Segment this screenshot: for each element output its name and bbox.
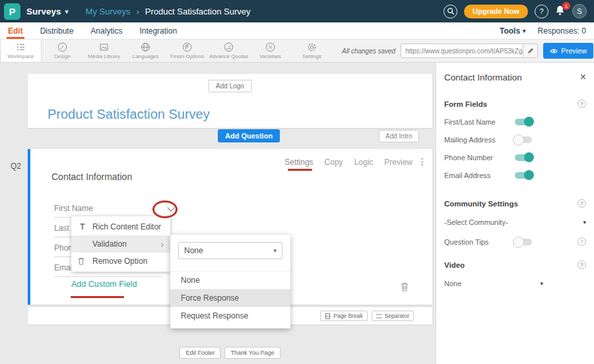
thank-you-page-button[interactable]: Thank You Page [224, 347, 280, 359]
separator-button[interactable]: Separator [372, 311, 414, 321]
toolbar-item-advance-quotas[interactable]: Advance Quotas [208, 40, 249, 62]
video-section-header: Video [444, 260, 586, 269]
form-field-first-name[interactable]: First Name [54, 200, 162, 218]
select-community-dropdown[interactable]: -Select Community- [444, 218, 586, 226]
form-fields-heading: Form Fields [444, 100, 487, 108]
tools-menu[interactable]: Tools [500, 26, 526, 36]
questionpro-logo[interactable]: P [4, 3, 20, 20]
question-more-menu[interactable] [418, 156, 427, 167]
user-avatar[interactable]: S [572, 4, 587, 18]
toolbar-item-variables[interactable]: Variables [249, 40, 291, 62]
toolbar-item-media-library[interactable]: Media Library [83, 40, 125, 62]
tab-edit[interactable]: Edit [8, 22, 23, 39]
toggle-label: Mailing Address [444, 136, 515, 144]
validation-options: None Force Response Request Response [170, 271, 290, 324]
validation-option-none[interactable]: None [170, 271, 290, 289]
mailing-address-toggle[interactable] [515, 136, 532, 143]
field-options-dropdown-button[interactable] [162, 202, 180, 216]
toggle-row-phone-number: Phone Number [444, 154, 586, 162]
breadcrumb-parent[interactable]: My Surveys [86, 7, 131, 16]
add-custom-field-link[interactable]: Add Custom Field [71, 280, 137, 289]
help-circle-icon[interactable] [578, 260, 586, 269]
email-address-toggle[interactable] [515, 172, 532, 179]
upgrade-now-button[interactable]: Upgrade Now [464, 5, 528, 18]
validation-option-force-response[interactable]: Force Response [170, 289, 290, 307]
validation-option-request-response[interactable]: Request Response [170, 307, 290, 324]
question-action-copy[interactable]: Copy [325, 158, 343, 167]
help-circle-icon[interactable] [578, 237, 586, 246]
toggle-row-question-tips: Question Tips [444, 237, 586, 246]
add-question-button[interactable]: Add Question [218, 129, 280, 142]
chevron-down-icon [167, 204, 174, 211]
question-action-settings[interactable]: Settings [284, 158, 313, 167]
edit-url-button[interactable] [523, 44, 537, 57]
breadcrumb-separator-icon: › [136, 7, 139, 16]
question-actions: Settings Copy Logic Preview [284, 158, 412, 167]
toggle-row-mailing-address: Mailing Address [444, 136, 586, 144]
settings-gear-icon [307, 42, 317, 52]
separator-label: Separator [385, 313, 409, 319]
toolbar-item-settings[interactable]: Settings [291, 40, 333, 62]
close-icon[interactable] [580, 72, 586, 82]
caret-down-icon [65, 8, 69, 15]
notifications-button[interactable]: 1 [555, 5, 566, 17]
tab-distribute[interactable]: Distribute [40, 22, 74, 39]
help-circle-icon[interactable] [578, 199, 586, 208]
caret-down-icon [273, 247, 277, 254]
caret-down-icon [583, 219, 586, 226]
community-settings-heading: Community Settings [444, 200, 518, 208]
menu-item-remove-option[interactable]: Remove Option [71, 253, 170, 270]
page-break-button[interactable]: Page Break [320, 311, 367, 321]
toolbar-item-finish-options[interactable]: Finish Options [166, 40, 208, 62]
tab-integration[interactable]: Integration [139, 22, 177, 39]
advance-quotas-icon [224, 42, 234, 52]
help-circle-icon[interactable] [578, 100, 586, 108]
languages-icon [141, 42, 150, 52]
delete-question-button[interactable] [401, 282, 409, 291]
tools-label: Tools [500, 26, 520, 36]
validation-select[interactable]: None [178, 242, 282, 259]
menu-item-label: Remove Option [92, 257, 147, 266]
first-last-name-toggle[interactable] [515, 119, 532, 125]
survey-title[interactable]: Product Satisfaction Survey [48, 107, 210, 122]
menu-item-validation[interactable]: Validation [71, 235, 170, 253]
surveys-app-menu[interactable]: Surveys [26, 7, 69, 16]
toolbar-item-languages[interactable]: Languages [125, 40, 166, 62]
app-menu-label: Surveys [26, 7, 61, 16]
phone-number-toggle[interactable] [515, 154, 532, 161]
video-select-value: None [444, 280, 461, 288]
search-button[interactable] [444, 5, 457, 18]
question-number-label: Q2 [11, 162, 21, 171]
community-settings-section-header: Community Settings [444, 199, 586, 208]
menu-item-label: Rich Content Editor [92, 222, 161, 231]
notification-badge: 1 [562, 2, 570, 10]
breadcrumb-current: Product Satisfaction Survey [145, 7, 251, 16]
question-settings-sidebar: Contact Information Form Fields First/La… [436, 63, 594, 364]
question-tips-toggle[interactable] [515, 239, 532, 245]
page-break-icon [325, 313, 331, 319]
validation-select-value: None [184, 246, 203, 255]
help-button[interactable] [535, 5, 548, 18]
question-title[interactable]: Contact Information [51, 171, 132, 182]
toolbar-item-design[interactable]: Design [42, 40, 83, 62]
question-action-preview[interactable]: Preview [384, 158, 412, 167]
tab-analytics[interactable]: Analytics [90, 22, 122, 39]
preview-button[interactable]: Preview [543, 43, 593, 59]
toggle-label: Phone Number [444, 154, 515, 162]
header-actions: Upgrade Now 1 S [444, 4, 587, 18]
sidebar-title: Contact Information [444, 73, 522, 82]
toggle-label: First/Last Name [444, 118, 515, 126]
toolbar-item-workspace[interactable]: Workspace [0, 40, 42, 62]
eye-icon [550, 48, 558, 54]
question-action-logic[interactable]: Logic [354, 158, 374, 167]
responses-count: Responses: 0 [538, 26, 586, 36]
edit-footer-button[interactable]: Edit Footer [180, 347, 220, 359]
menu-item-rich-content-editor[interactable]: Rich Content Editor [71, 218, 170, 235]
video-dropdown[interactable]: None [444, 280, 543, 288]
add-logo-button[interactable]: Add Logo [208, 80, 252, 92]
survey-url-field[interactable]: https://www.questionpro.com/t/AP53kZgUI [401, 44, 538, 58]
add-intro-button[interactable]: Add Intro [379, 130, 419, 142]
caret-down-icon [540, 280, 543, 287]
menu-item-label: Validation [92, 239, 127, 249]
preview-label: Preview [561, 47, 587, 55]
